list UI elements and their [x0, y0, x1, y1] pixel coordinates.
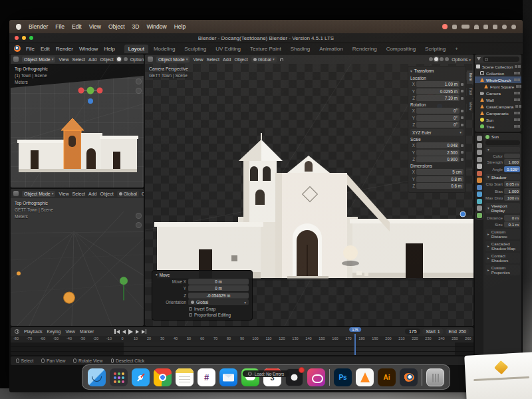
property-value-field[interactable]: 0 m — [504, 215, 520, 221]
workspace-tab[interactable]: Shading — [287, 45, 314, 53]
shading-solid-icon[interactable] — [117, 57, 121, 61]
value-field[interactable]: 5 cm — [416, 169, 464, 175]
properties-tab-icon[interactable] — [477, 205, 482, 211]
dock-item[interactable] — [219, 368, 237, 386]
status-icon[interactable] — [483, 25, 488, 29]
macos-menu-item[interactable]: File — [55, 23, 65, 30]
properties-tab-icon[interactable] — [477, 213, 482, 218]
value-field[interactable]: 0.8 m — [416, 176, 464, 182]
editor-type-icon[interactable] — [148, 57, 153, 62]
jump-to-start-button[interactable] — [114, 329, 120, 334]
lock-icon[interactable] — [461, 97, 464, 100]
topbar-menu-item[interactable]: File — [26, 46, 35, 52]
lock-icon[interactable] — [461, 116, 464, 119]
move-value-field[interactable]: 0 m — [188, 279, 249, 285]
macos-menu-item[interactable]: Help — [174, 23, 186, 30]
value-field[interactable]: 0.048 — [416, 142, 460, 148]
property-value-field[interactable]: 0.526° — [504, 166, 520, 172]
topbar-menu-item[interactable]: Help — [104, 46, 114, 52]
collapsed-panel-header[interactable]: ▸Cascaded Shadow Map — [485, 241, 520, 251]
dock-item[interactable] — [154, 368, 172, 386]
property-value-field[interactable] — [504, 154, 520, 158]
outliner-row[interactable]: Campanario — [475, 110, 521, 116]
workspace-tab[interactable]: UV Editing — [211, 45, 245, 53]
collapsed-panel-header[interactable]: ▸Custom Distance — [485, 229, 520, 239]
options-dropdown[interactable]: Options ▾ — [452, 57, 471, 62]
dock-item[interactable] — [132, 368, 150, 386]
macos-menu-item[interactable]: View — [89, 23, 101, 30]
properties-tab-icon[interactable] — [477, 143, 482, 148]
panel-header[interactable]: ▾ — [485, 147, 520, 152]
topbar-menu-item[interactable]: Window — [79, 46, 98, 52]
outliner-row[interactable]: Collection — [475, 70, 521, 76]
filter-icon[interactable] — [477, 57, 481, 61]
panel-collapse-icon[interactable]: ▾ — [410, 69, 412, 73]
dock-item[interactable] — [356, 368, 374, 386]
viewport-menu-item[interactable]: Select — [72, 192, 85, 196]
value-field[interactable]: 0.6 m — [416, 183, 464, 189]
property-value-field[interactable]: 1.000 — [504, 159, 520, 165]
properties-tab-icon[interactable] — [477, 157, 482, 162]
collapsed-panel-header[interactable]: ▸Custom Properties — [485, 265, 520, 275]
value-field[interactable]: 7.39 m — [416, 95, 460, 101]
outliner-row[interactable]: CasaCampana — [475, 103, 521, 110]
value-field[interactable]: 0.0295 m — [416, 88, 460, 94]
viewport-menu-item[interactable]: Select — [72, 57, 85, 62]
workspace-tab[interactable]: Animation — [315, 45, 347, 53]
macos-menu-item[interactable]: 3D — [132, 23, 140, 30]
viewport-menu-item[interactable]: View — [59, 57, 68, 62]
outliner-search-field[interactable] — [483, 57, 519, 62]
viewport-menu-item[interactable]: Add — [223, 57, 231, 62]
property-value-field[interactable]: 1.000 — [504, 188, 520, 194]
workspace-tab[interactable]: + — [451, 45, 462, 53]
close-window-button[interactable] — [15, 36, 19, 40]
outliner-row[interactable]: Wall — [475, 96, 521, 103]
timeline-menu-item[interactable]: Keying — [47, 329, 61, 334]
timeline-tracks[interactable] — [11, 342, 473, 355]
viewport-menu-item[interactable]: Add — [88, 192, 96, 196]
checkbox[interactable] — [189, 313, 192, 317]
dock-item[interactable] — [110, 368, 128, 386]
properties-tab-icon[interactable] — [477, 192, 482, 197]
editor-type-icon[interactable] — [13, 57, 19, 62]
viewport-menu-item[interactable]: Object — [100, 192, 113, 196]
status-icon[interactable] — [442, 24, 448, 29]
timeline-editor-icon[interactable] — [15, 329, 19, 334]
workspace-tab[interactable]: Texture Paint — [246, 45, 285, 53]
lock-icon[interactable] — [461, 151, 464, 154]
outliner-row[interactable]: Camera — [475, 90, 521, 96]
zoom-gizmo-icon[interactable] — [136, 222, 142, 228]
value-field[interactable]: 2.500 — [416, 150, 460, 156]
lock-icon[interactable] — [461, 124, 464, 126]
n-panel-tab[interactable]: Item — [467, 70, 473, 84]
blender-logo-icon[interactable] — [14, 45, 21, 52]
panel-header[interactable]: ▾Shadow — [485, 174, 520, 180]
property-value-field[interactable]: 100 m — [504, 195, 520, 201]
outliner-row[interactable]: Sun — [475, 116, 521, 123]
move-value-field[interactable]: 0 m — [188, 285, 249, 291]
options-dropdown[interactable]: Options — [130, 57, 144, 62]
n-panel-tab[interactable]: View — [467, 99, 473, 113]
editor-type-icon[interactable] — [13, 191, 19, 196]
macos-menu-item[interactable]: Window — [146, 23, 166, 30]
lock-icon[interactable] — [461, 83, 464, 86]
macos-menu-item[interactable]: Edit — [72, 23, 82, 30]
lock-icon[interactable] — [461, 144, 464, 147]
value-field[interactable]: 0° — [416, 108, 460, 114]
workspace-tab[interactable]: Scripting — [421, 45, 450, 53]
viewport-menu-item[interactable]: View — [193, 57, 203, 62]
properties-search-field[interactable] — [485, 140, 520, 145]
jump-to-end-button[interactable] — [142, 329, 147, 334]
frame-end-field[interactable]: End250 — [446, 329, 469, 334]
workspace-tab[interactable]: Compositing — [382, 45, 420, 53]
workspace-tab[interactable]: Layout — [124, 45, 148, 53]
topbar-menu-item[interactable]: Edit — [41, 46, 50, 52]
status-icon[interactable] — [462, 25, 469, 29]
property-value-field[interactable]: 0.1 m — [504, 221, 520, 227]
topbar-menu-item[interactable]: Render — [56, 46, 73, 52]
timeline-menu-item[interactable]: Playback — [24, 329, 43, 334]
status-icon[interactable] — [493, 25, 497, 29]
outliner-row[interactable]: WholeChurch — [475, 76, 521, 83]
lock-icon[interactable] — [461, 110, 464, 112]
move-value-field[interactable]: -0.054629 m — [188, 293, 249, 299]
